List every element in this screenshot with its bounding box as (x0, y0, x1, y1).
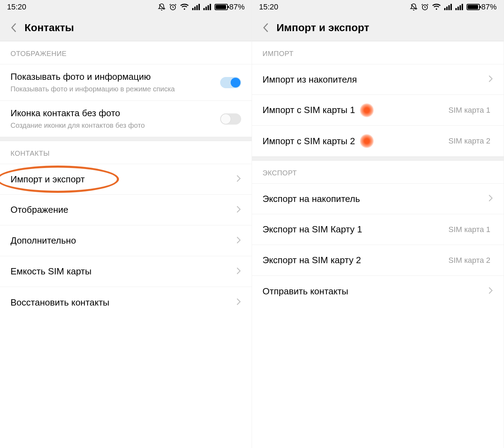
row-sim-capacity[interactable]: Емкость SIM карты (0, 256, 252, 287)
header: Импорт и экспорт (252, 14, 504, 41)
list-export: Экспорт на накопитель Экспорт на SIM Кар… (252, 183, 504, 307)
chevron-right-icon (236, 175, 241, 184)
chevron-right-icon (236, 205, 241, 215)
row-title: Емкость SIM карты (10, 266, 236, 277)
row-title: Показывать фото и информацию (10, 71, 220, 82)
toggle-show-photo[interactable] (220, 77, 241, 88)
row-title: Импорт из накопителя (262, 74, 488, 85)
chevron-right-icon (236, 267, 241, 276)
wifi-icon (180, 4, 189, 10)
chevron-right-icon (236, 236, 241, 245)
row-subtitle: Создание иконки для контактов без фото (10, 121, 220, 130)
battery-percent: 87% (481, 2, 497, 12)
signal-1-icon (192, 4, 200, 10)
row-export-sim-2[interactable]: Экспорт на SIM карту 2 SIM карта 2 (252, 245, 504, 276)
row-import-from-storage[interactable]: Импорт из накопителя (252, 64, 504, 95)
row-title: Отправить контакты (262, 286, 488, 297)
chevron-right-icon (236, 298, 241, 307)
status-bar: 15:20 87% (0, 0, 252, 14)
row-additional[interactable]: Дополнительно (0, 225, 252, 256)
alarm-icon (421, 3, 429, 11)
battery-icon: 87% (215, 2, 245, 12)
signal-2-icon (203, 4, 211, 10)
wifi-icon (432, 4, 441, 10)
chevron-left-icon (10, 22, 18, 33)
back-button[interactable] (259, 21, 273, 35)
battery-icon: 87% (467, 2, 497, 12)
row-export-sim-1[interactable]: Экспорт на SIM Карту 1 SIM карта 1 (252, 214, 504, 245)
annotation-highlight-dot (360, 103, 374, 117)
phone-left-screen: 15:20 87% Контакты ОТОБРАЖЕНИЕ (0, 0, 252, 448)
annotation-highlight-dot (360, 134, 374, 148)
row-title: Восстановить контакты (10, 297, 236, 308)
status-bar: 15:20 87% (252, 0, 504, 14)
row-title: Иконка контакта без фото (10, 108, 220, 119)
row-export-to-storage[interactable]: Экспорт на накопитель (252, 183, 504, 214)
status-icons: 87% (158, 2, 245, 12)
row-value: SIM карта 1 (448, 106, 490, 115)
chevron-left-icon (262, 22, 270, 33)
section-label-export: ЭКСПОРТ (252, 161, 504, 183)
row-subtitle: Показывать фото и информацию в режиме сп… (10, 84, 220, 93)
row-import-sim-1[interactable]: Импорт с SIM карты 1 SIM карта 1 (252, 95, 504, 126)
content: ОТОБРАЖЕНИЕ Показывать фото и информацию… (0, 41, 252, 448)
chevron-right-icon (488, 75, 493, 84)
row-title: Импорт с SIM карты 1 (262, 105, 355, 115)
status-time: 15:20 (259, 2, 278, 12)
row-display-settings[interactable]: Отображение (0, 195, 252, 225)
row-title: Дополнительно (10, 235, 236, 246)
row-restore-contacts[interactable]: Восстановить контакты (0, 287, 252, 318)
content: ИМПОРТ Импорт из накопителя Импорт с SIM… (252, 41, 504, 448)
battery-percent: 87% (229, 2, 245, 12)
list-contacts: Импорт и экспорт Отображение Дополнитель… (0, 164, 252, 318)
row-value: SIM карта 2 (448, 136, 490, 146)
row-value: SIM карта 1 (448, 225, 490, 234)
row-value: SIM карта 2 (448, 256, 490, 265)
row-show-photo-info[interactable]: Показывать фото и информацию Показывать … (0, 64, 252, 101)
row-title: Экспорт на SIM Карту 1 (262, 224, 448, 235)
section-label-display: ОТОБРАЖЕНИЕ (0, 41, 252, 64)
header: Контакты (0, 14, 252, 41)
row-send-contacts[interactable]: Отправить контакты (252, 276, 504, 307)
row-title: Отображение (10, 204, 236, 215)
list-display: Показывать фото и информацию Показывать … (0, 64, 252, 137)
alarm-icon (169, 3, 177, 11)
chevron-right-icon (488, 287, 493, 296)
status-time: 15:20 (7, 2, 26, 12)
phone-right-screen: 15:20 87% Импорт и экспорт ИМПОРТ (252, 0, 504, 448)
chevron-right-icon (488, 194, 493, 203)
row-import-sim-2[interactable]: Импорт с SIM карты 2 SIM карта 2 (252, 126, 504, 156)
page-title: Контакты (24, 22, 74, 34)
section-gap (252, 156, 504, 161)
row-title: Импорт и экспорт (10, 174, 236, 185)
toggle-contact-icon[interactable] (220, 113, 241, 125)
row-contact-icon-no-photo[interactable]: Иконка контакта без фото Создание иконки… (0, 101, 252, 137)
signal-1-icon (444, 4, 452, 10)
page-title: Импорт и экспорт (276, 22, 369, 34)
section-label-import: ИМПОРТ (252, 41, 504, 64)
section-label-contacts: КОНТАКТЫ (0, 141, 252, 164)
row-title: Экспорт на SIM карту 2 (262, 255, 448, 266)
row-title: Экспорт на накопитель (262, 194, 488, 204)
section-gap (0, 137, 252, 141)
row-import-export[interactable]: Импорт и экспорт (0, 164, 252, 195)
signal-2-icon (455, 4, 463, 10)
bell-off-icon (410, 3, 418, 11)
bell-off-icon (158, 3, 166, 11)
list-import: Импорт из накопителя Импорт с SIM карты … (252, 64, 504, 156)
status-icons: 87% (410, 2, 497, 12)
row-title: Импорт с SIM карты 2 (262, 136, 355, 147)
back-button[interactable] (7, 21, 21, 35)
